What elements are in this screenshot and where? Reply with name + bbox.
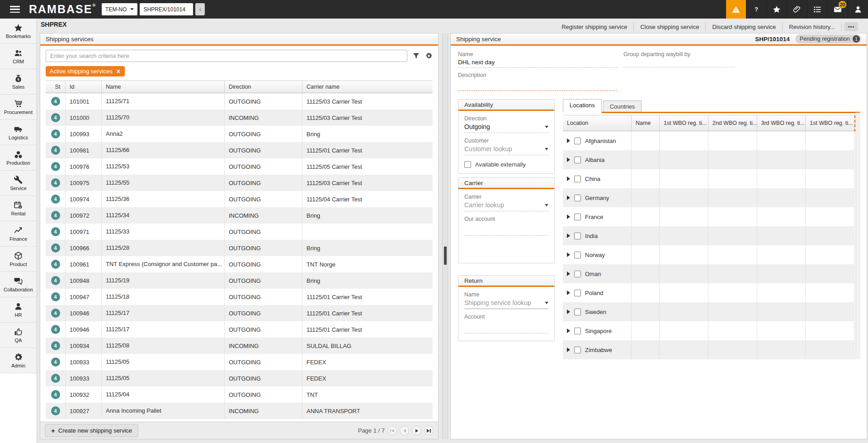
- location-checkbox[interactable]: [574, 233, 581, 239]
- location-row-china[interactable]: China: [563, 169, 854, 188]
- expand-arrow-icon[interactable]: [567, 291, 570, 295]
- back-button[interactable]: ‹: [195, 3, 205, 15]
- location-row-singapore[interactable]: Singapore: [563, 321, 854, 340]
- messages-mail-icon[interactable]: 20: [827, 0, 848, 19]
- register-shipping-service-button[interactable]: Register shipping service: [555, 23, 634, 31]
- expand-arrow-icon[interactable]: [567, 252, 570, 257]
- active-filter-chip[interactable]: Active shipping services ✕: [46, 66, 125, 76]
- expand-arrow-icon[interactable]: [567, 138, 570, 143]
- shipping-service-row[interactable]: 410097211125/34INCOMINGBring: [46, 207, 433, 224]
- shipping-service-row[interactable]: 410098111125/66OUTGOING11125/01 Carrier …: [46, 142, 433, 158]
- location-row-france[interactable]: France: [563, 207, 854, 226]
- locations-column-header-2[interactable]: Name: [632, 115, 660, 131]
- sidebar-item-hr[interactable]: HR: [0, 297, 37, 323]
- column-header-direction[interactable]: Direction: [225, 81, 302, 93]
- menu-hamburger-icon[interactable]: [10, 6, 20, 13]
- return-shipping-service-lookup-dropdown[interactable]: Shipping service lookup: [464, 298, 548, 309]
- shipping-service-row[interactable]: 4100927Anna Incoming PalletINCOMINGANNA …: [46, 403, 433, 419]
- shipping-service-row[interactable]: 410097111125/33OUTGOING: [46, 224, 433, 240]
- shipping-service-row[interactable]: 410100011125/70INCOMING11125/03 Carrier …: [46, 110, 433, 126]
- available-externally-checkbox[interactable]: [464, 161, 471, 168]
- location-row-india[interactable]: India: [563, 226, 854, 245]
- shipping-service-row[interactable]: 410094611125/17OUTGOING11125/01 Carrier …: [46, 321, 433, 338]
- sidebar-item-sales[interactable]: $Sales: [0, 69, 37, 95]
- shipping-service-row[interactable]: 410096611125/28OUTGOINGBring: [46, 240, 433, 256]
- sidebar-item-crm[interactable]: CRM: [0, 44, 37, 69]
- revision-history-button[interactable]: Revision history...: [783, 23, 842, 31]
- shipping-service-row[interactable]: 410094611125/17OUTGOING11125/01 Carrier …: [46, 305, 433, 321]
- customer-lookup-dropdown[interactable]: Customer lookup: [464, 144, 548, 155]
- location-row-albania[interactable]: Albania: [563, 150, 854, 169]
- favorites-star-icon[interactable]: [766, 0, 787, 19]
- column-header-name[interactable]: Name: [102, 81, 225, 93]
- location-row-zimbabwe[interactable]: Zimbabwe: [563, 340, 854, 359]
- location-row-sweden[interactable]: Sweden: [563, 302, 854, 321]
- expand-arrow-icon[interactable]: [567, 176, 570, 181]
- location-checkbox[interactable]: [574, 157, 581, 163]
- location-row-norway[interactable]: Norway: [563, 245, 854, 264]
- sidebar-item-service[interactable]: Service: [0, 171, 37, 196]
- last-page-button[interactable]: [424, 426, 434, 435]
- help-icon[interactable]: ?: [746, 0, 766, 19]
- shipping-service-row[interactable]: 410093411125/08INCOMINGSULDAL BILLAG: [46, 338, 433, 354]
- location-checkbox[interactable]: [574, 309, 581, 315]
- location-checkbox[interactable]: [574, 214, 581, 220]
- group-waybill-field-value[interactable]: [623, 57, 735, 67]
- location-checkbox[interactable]: [574, 271, 581, 277]
- shipping-service-row[interactable]: 4100961TNT Express (Consignor and Custom…: [46, 256, 433, 272]
- description-field-value[interactable]: [458, 78, 617, 91]
- direction-dropdown[interactable]: Outgoing: [464, 122, 548, 133]
- sidebar-item-qa[interactable]: QA: [0, 323, 37, 348]
- shipping-service-row[interactable]: 410093311125/05OUTGOINGFEDEX: [46, 354, 433, 370]
- filter-funnel-icon[interactable]: [412, 52, 420, 60]
- carrier-lookup-dropdown[interactable]: Carrier lookup: [464, 200, 548, 211]
- settings-gear-icon[interactable]: [425, 52, 433, 60]
- sidebar-item-admin[interactable]: Admin: [0, 348, 37, 373]
- shipping-service-row[interactable]: 410100111125/71OUTGOING11125/03 Carrier …: [46, 93, 433, 110]
- expand-arrow-icon[interactable]: [567, 329, 570, 333]
- expand-arrow-icon[interactable]: [567, 195, 570, 200]
- search-input[interactable]: [46, 50, 407, 62]
- system-select[interactable]: TEM-NO: [102, 3, 137, 15]
- available-externally-checkbox-row[interactable]: Available externally: [464, 161, 548, 168]
- sidebar-item-logistics[interactable]: Logistics: [0, 120, 37, 145]
- rambase-logo[interactable]: RAMBASE®: [29, 3, 95, 16]
- tab-countries[interactable]: Countries: [603, 100, 642, 112]
- shipping-service-row[interactable]: 410094711125/18OUTGOING11125/01 Carrier …: [46, 289, 433, 305]
- splitter-handle-icon[interactable]: [444, 247, 447, 265]
- first-page-button[interactable]: [387, 426, 397, 435]
- location-row-poland[interactable]: Poland: [563, 283, 854, 302]
- shipping-service-row[interactable]: 410093211125/04OUTGOINGTNT: [46, 386, 433, 403]
- column-header-carrier-name[interactable]: Carrier name: [302, 81, 433, 93]
- shipping-service-row[interactable]: 410097411125/36OUTGOING11125/04 Carrier …: [46, 191, 433, 207]
- location-checkbox[interactable]: [574, 347, 581, 353]
- create-new-shipping-service-button[interactable]: + Create new shipping service: [45, 424, 138, 437]
- expand-arrow-icon[interactable]: [567, 310, 570, 314]
- shipping-service-row[interactable]: 410097611125/53OUTGOING11125/05 Carrier …: [46, 158, 433, 175]
- discard-shipping-service-button[interactable]: Discard shipping service: [706, 23, 783, 31]
- expand-arrow-icon[interactable]: [567, 233, 570, 238]
- prev-page-button[interactable]: [400, 426, 409, 435]
- locations-column-header-5[interactable]: 3rd WBO reg. ti...: [757, 115, 806, 131]
- shipping-service-row[interactable]: 410093311125/05OUTGOINGFEDEX: [46, 370, 433, 386]
- shipping-service-row[interactable]: 4100993Anna2OUTGOINGBring: [46, 126, 433, 142]
- location-checkbox[interactable]: [574, 290, 581, 296]
- location-row-oman[interactable]: Oman: [563, 264, 854, 283]
- sidebar-item-collaboration[interactable]: Collaboration: [0, 272, 37, 297]
- attachments-paperclip-icon[interactable]: [787, 0, 807, 19]
- user-profile-icon[interactable]: [848, 0, 868, 19]
- shipping-service-row[interactable]: 410097511125/55OUTGOING11125/03 Carrier …: [46, 175, 433, 191]
- location-row-germany[interactable]: Germany: [563, 188, 854, 207]
- expand-arrow-icon[interactable]: [567, 348, 570, 352]
- location-checkbox[interactable]: [574, 195, 581, 201]
- locations-column-header-4[interactable]: 2nd WBO reg. ti...: [708, 115, 757, 131]
- location-row-afghanistan[interactable]: Afghanistan: [563, 131, 854, 150]
- locations-column-header-1[interactable]: Location: [563, 115, 632, 131]
- column-header-id[interactable]: Id: [66, 81, 102, 93]
- location-checkbox[interactable]: [574, 138, 581, 144]
- expand-arrow-icon[interactable]: [567, 272, 570, 276]
- sidebar-item-bookmarks[interactable]: Bookmarks: [0, 19, 37, 44]
- close-shipping-service-button[interactable]: Close shipping service: [634, 23, 706, 31]
- expand-arrow-icon[interactable]: [567, 157, 570, 162]
- column-header-st[interactable]: St: [46, 81, 66, 93]
